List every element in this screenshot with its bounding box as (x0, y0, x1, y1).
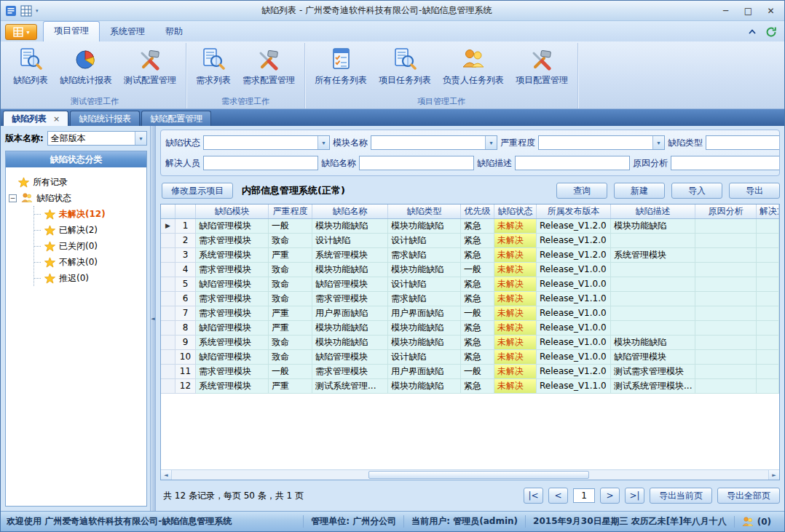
ribbon-button[interactable]: 需求列表 (190, 44, 237, 88)
filter-input[interactable] (204, 157, 317, 169)
ribbon-button[interactable]: 所有任务列表 (309, 44, 373, 88)
scrollbar-track[interactable] (172, 470, 768, 480)
table-row[interactable]: ▶1缺陷管理模块一般模块功能缺陷模块功能缺陷紧急未解决Release_V1.2.… (161, 219, 779, 234)
filter-input[interactable] (706, 137, 780, 148)
splitter-collapse-icon[interactable]: ◄ (151, 316, 154, 322)
table-row[interactable]: 8缺陷管理模块严重模块功能缺陷模块功能缺陷紧急未解决Release_V1.0.0 (161, 321, 779, 336)
close-tab-icon[interactable]: × (53, 114, 60, 124)
row-selector-cell[interactable] (161, 277, 175, 292)
grid-header-cell[interactable]: 所属发布版本 (537, 205, 611, 218)
tree-item[interactable]: 推迟(0) (34, 270, 143, 286)
grid-header-cell[interactable]: 解决方法 (757, 205, 779, 218)
quick-access-grid-icon[interactable] (20, 5, 32, 17)
prev-page-button[interactable]: < (548, 488, 568, 504)
table-row[interactable]: 5缺陷管理模块致命缺陷管理模块设计缺陷紧急未解决Release_V1.0.0 (161, 277, 779, 292)
first-page-button[interactable]: |< (524, 488, 543, 504)
row-selector-cell[interactable] (161, 306, 175, 321)
modify-display-items-button[interactable]: 修改显示项目 (162, 183, 233, 199)
version-combo[interactable]: 全部版本 ▼ (47, 131, 147, 146)
document-tab[interactable]: 缺陷配置管理 (141, 111, 211, 126)
scroll-right-icon[interactable]: ► (768, 470, 779, 480)
combo-arrow-icon[interactable]: ▼ (652, 136, 664, 149)
ribbon-button[interactable]: 缺陷列表 (7, 44, 54, 88)
row-selector-cell[interactable] (161, 336, 175, 350)
grid-header-cell[interactable]: 严重程度 (269, 205, 312, 218)
export-current-page-button[interactable]: 导出当前页 (650, 488, 712, 504)
import-button[interactable]: 导入 (671, 183, 722, 199)
table-row[interactable]: 4需求管理模块致命模块功能缺陷模块功能缺陷一般未解决Release_V1.0.0 (161, 263, 779, 277)
row-selector-cell[interactable] (161, 263, 175, 277)
row-selector-cell[interactable] (161, 234, 175, 248)
filter-input[interactable] (516, 157, 629, 169)
refresh-icon[interactable] (765, 26, 777, 38)
table-row[interactable]: 9系统管理模块致命模块功能缺陷模块功能缺陷紧急未解决Release_V1.0.0… (161, 336, 779, 350)
ribbon-button[interactable]: 项目任务列表 (373, 44, 437, 88)
grid-header-cell[interactable]: 缺陷模块 (196, 205, 269, 218)
sidebar-splitter[interactable]: ◄ (150, 126, 156, 511)
row-selector-cell[interactable] (161, 248, 175, 263)
tree-item[interactable]: 不解决(0) (34, 254, 143, 270)
document-tab-bar: 缺陷列表×缺陷统计报表缺陷配置管理 (1, 109, 784, 126)
tree-expand-icon[interactable]: − (9, 194, 17, 202)
filter-input[interactable] (360, 157, 473, 169)
tree-item[interactable]: 所有记录 (9, 174, 143, 190)
grid-header-cell[interactable]: 优先级 (461, 205, 494, 218)
export-all-pages-button[interactable]: 导出全部页 (717, 488, 780, 504)
tree-item[interactable]: 未解决(12) (34, 206, 143, 222)
minimize-button[interactable]: ─ (715, 4, 736, 18)
ribbon-button[interactable]: 测试配置管理 (118, 44, 182, 88)
ribbon-button[interactable]: 缺陷统计报表 (54, 44, 118, 88)
query-button[interactable]: 查询 (556, 183, 607, 199)
table-row[interactable]: 12系统管理模块严重测试系统管理...模块功能缺陷紧急未解决Release_V1… (161, 379, 779, 394)
row-selector-cell[interactable] (161, 379, 175, 394)
ribbon-tab[interactable]: 项目管理 (43, 21, 100, 41)
combo-arrow-icon[interactable]: ▼ (485, 136, 497, 149)
row-selector-cell[interactable] (161, 365, 175, 379)
grid-header-cell[interactable]: 缺陷类型 (388, 205, 461, 218)
tree-item[interactable]: 已关闭(0) (34, 238, 143, 254)
row-selector-cell[interactable] (161, 321, 175, 336)
table-row[interactable]: 2需求管理模块致命设计缺陷设计缺陷紧急未解决Release_V1.2.0 (161, 234, 779, 248)
row-selector-cell[interactable]: ▶ (161, 219, 175, 234)
ribbon-tab[interactable]: 帮助 (155, 23, 193, 41)
table-row[interactable]: 3系统管理模块严重系统管理模块需求缺陷紧急未解决Release_V1.2.0系统… (161, 248, 779, 263)
collapse-ribbon-icon[interactable] (746, 26, 758, 38)
grid-header-cell[interactable]: 缺陷名称 (312, 205, 388, 218)
close-button[interactable]: ✕ (760, 4, 781, 18)
maximize-button[interactable]: □ (738, 4, 759, 18)
ribbon-button[interactable]: 项目配置管理 (510, 44, 574, 88)
version-combo-arrow-icon[interactable]: ▼ (135, 132, 146, 145)
tree-item[interactable]: 已解决(2) (34, 222, 143, 238)
document-tab[interactable]: 缺陷列表× (3, 111, 68, 126)
horizontal-scrollbar[interactable]: ◄ ► (161, 469, 779, 480)
ribbon-button[interactable]: 负责人任务列表 (437, 44, 510, 88)
table-row[interactable]: 7需求管理模块严重用户界面缺陷用户界面缺陷一般未解决Release_V1.0.0 (161, 306, 779, 321)
grid-header-cell[interactable]: 缺陷状态 (494, 205, 537, 218)
filter-input[interactable] (204, 137, 317, 148)
scrollbar-thumb[interactable] (368, 471, 589, 479)
table-row[interactable]: 6需求管理模块致命需求管理模块需求缺陷紧急未解决Release_V1.1.0 (161, 292, 779, 306)
export-button[interactable]: 导出 (729, 183, 780, 199)
last-page-button[interactable]: >| (625, 488, 644, 504)
next-page-button[interactable]: > (600, 488, 620, 504)
table-row[interactable]: 10缺陷管理模块致命缺陷管理模块设计缺陷紧急未解决Release_V1.0.0缺… (161, 350, 779, 365)
ribbon-button-label: 缺陷统计报表 (60, 74, 112, 87)
create-button[interactable]: 新建 (614, 183, 665, 199)
filter-input[interactable] (539, 137, 652, 148)
row-selector-cell[interactable] (161, 350, 175, 365)
filter-input[interactable] (671, 157, 780, 169)
ribbon-tab[interactable]: 系统管理 (100, 23, 155, 41)
combo-arrow-icon[interactable]: ▼ (317, 136, 329, 149)
grid-header-cell[interactable]: 缺陷描述 (611, 205, 695, 218)
tree-item[interactable]: −缺陷状态 (9, 190, 143, 206)
table-row[interactable]: 11需求管理模块一般需求管理模块用户界面缺陷一般未解决Release_V1.2.… (161, 365, 779, 379)
scroll-left-icon[interactable]: ◄ (161, 470, 172, 480)
ribbon-button[interactable]: 需求配置管理 (237, 44, 301, 88)
filter-input[interactable] (371, 137, 485, 148)
grid-header-cell[interactable]: 原因分析 (695, 205, 757, 218)
people-icon (462, 47, 485, 71)
page-number-input[interactable] (573, 488, 595, 503)
row-selector-cell[interactable] (161, 292, 175, 306)
app-menu-button[interactable]: ▾ (5, 24, 37, 40)
document-tab[interactable]: 缺陷统计报表 (70, 111, 140, 126)
